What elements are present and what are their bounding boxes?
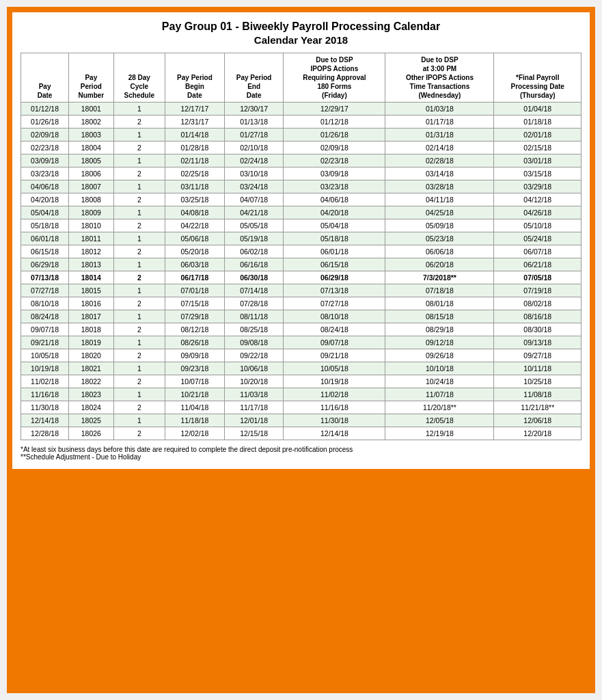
cell-21-3: 10/07/18 bbox=[165, 375, 225, 388]
cell-10-6: 05/23/18 bbox=[385, 232, 494, 245]
cell-21-7: 10/25/18 bbox=[494, 375, 582, 388]
cell-7-1: 18008 bbox=[69, 193, 113, 206]
cell-4-3: 02/11/18 bbox=[165, 154, 225, 167]
cell-9-0: 05/18/18 bbox=[21, 219, 69, 232]
cell-24-0: 12/14/18 bbox=[21, 414, 69, 427]
cell-20-3: 09/23/18 bbox=[165, 362, 225, 375]
table-row: 06/01/1818011105/06/1805/19/1805/18/1805… bbox=[21, 232, 582, 245]
cell-2-6: 01/31/18 bbox=[385, 129, 494, 142]
cell-18-1: 18019 bbox=[69, 336, 113, 349]
col-pay-date: PayDate bbox=[21, 53, 69, 103]
cell-0-3: 12/17/17 bbox=[165, 103, 225, 116]
cell-25-6: 12/19/18 bbox=[385, 427, 494, 440]
cell-5-3: 02/25/18 bbox=[165, 167, 225, 180]
cell-7-7: 04/12/18 bbox=[494, 193, 582, 206]
table-header-row: PayDate PayPeriodNumber 28 DayCycleSched… bbox=[21, 53, 582, 103]
cell-20-7: 10/11/18 bbox=[494, 362, 582, 375]
cell-18-6: 09/12/18 bbox=[385, 336, 494, 349]
cell-23-5: 11/16/18 bbox=[284, 401, 385, 414]
cell-0-5: 12/29/17 bbox=[284, 103, 385, 116]
table-row: 03/23/1818006202/25/1803/10/1803/09/1803… bbox=[21, 167, 582, 180]
cell-19-5: 09/21/18 bbox=[284, 349, 385, 362]
cell-20-0: 10/19/18 bbox=[21, 362, 69, 375]
table-row: 02/09/1818003101/14/1801/27/1801/26/1801… bbox=[21, 129, 582, 142]
cell-14-6: 07/18/18 bbox=[385, 284, 494, 297]
cell-4-4: 02/24/18 bbox=[224, 154, 284, 167]
cell-6-6: 03/28/18 bbox=[385, 180, 494, 193]
cell-1-4: 01/13/18 bbox=[224, 116, 284, 129]
col-dsp-fri: Due to DSPIPOPS ActionsRequiring Approva… bbox=[284, 53, 385, 103]
cell-12-4: 06/16/18 bbox=[224, 258, 284, 271]
cell-5-4: 03/10/18 bbox=[224, 167, 284, 180]
cell-17-3: 08/12/18 bbox=[165, 323, 225, 336]
cell-5-5: 03/09/18 bbox=[284, 167, 385, 180]
cell-3-7: 02/15/18 bbox=[494, 142, 582, 154]
cell-24-5: 11/30/18 bbox=[284, 414, 385, 427]
col-dsp-wed: Due to DSPat 3:00 PMOther IPOPS ActionsT… bbox=[385, 53, 494, 103]
table-row: 06/29/1818013106/03/1806/16/1806/15/1806… bbox=[21, 258, 582, 271]
cell-12-1: 18013 bbox=[69, 258, 113, 271]
cell-25-7: 12/20/18 bbox=[494, 427, 582, 440]
cell-25-0: 12/28/18 bbox=[21, 427, 69, 440]
cell-10-5: 05/18/18 bbox=[284, 232, 385, 245]
cell-0-7: 01/04/18 bbox=[494, 103, 582, 116]
cell-16-0: 08/24/18 bbox=[21, 310, 69, 323]
cell-10-4: 05/19/18 bbox=[224, 232, 284, 245]
cell-0-6: 01/03/18 bbox=[385, 103, 494, 116]
cell-18-3: 08/26/18 bbox=[165, 336, 225, 349]
table-row: 01/26/1818002212/31/1701/13/1801/12/1801… bbox=[21, 116, 582, 129]
col-end-date: Pay PeriodEndDate bbox=[224, 53, 284, 103]
cell-19-1: 18020 bbox=[69, 349, 113, 362]
cell-13-4: 06/30/18 bbox=[224, 271, 284, 284]
table-row: 10/05/1818020209/09/1809/22/1809/21/1809… bbox=[21, 349, 582, 362]
cell-15-1: 18016 bbox=[69, 297, 113, 310]
cell-6-4: 03/24/18 bbox=[224, 180, 284, 193]
cell-12-5: 06/15/18 bbox=[284, 258, 385, 271]
cell-22-6: 11/07/18 bbox=[385, 388, 494, 401]
cell-6-0: 04/06/18 bbox=[21, 180, 69, 193]
cell-23-6: 11/20/18** bbox=[385, 401, 494, 414]
cell-5-1: 18006 bbox=[69, 167, 113, 180]
cell-17-5: 08/24/18 bbox=[284, 323, 385, 336]
cell-13-3: 06/17/18 bbox=[165, 271, 225, 284]
cell-0-0: 01/12/18 bbox=[21, 103, 69, 116]
cell-2-5: 01/26/18 bbox=[284, 129, 385, 142]
cell-11-6: 06/06/18 bbox=[385, 245, 494, 258]
cell-23-3: 11/04/18 bbox=[165, 401, 225, 414]
cell-25-3: 12/02/18 bbox=[165, 427, 225, 440]
table-row: 08/24/1818017107/29/1808/11/1808/10/1808… bbox=[21, 310, 582, 323]
cell-15-7: 08/02/18 bbox=[494, 297, 582, 310]
cell-2-2: 1 bbox=[113, 129, 165, 142]
cell-4-2: 1 bbox=[113, 154, 165, 167]
cell-1-5: 01/12/18 bbox=[284, 116, 385, 129]
cell-9-4: 05/05/18 bbox=[224, 219, 284, 232]
cell-5-2: 2 bbox=[113, 167, 165, 180]
cell-17-1: 18018 bbox=[69, 323, 113, 336]
cell-4-1: 18005 bbox=[69, 154, 113, 167]
cell-7-5: 04/06/18 bbox=[284, 193, 385, 206]
cell-20-4: 10/06/18 bbox=[224, 362, 284, 375]
cell-11-7: 06/07/18 bbox=[494, 245, 582, 258]
cell-9-6: 05/09/18 bbox=[385, 219, 494, 232]
cell-14-3: 07/01/18 bbox=[165, 284, 225, 297]
cell-11-1: 18012 bbox=[69, 245, 113, 258]
cell-14-2: 1 bbox=[113, 284, 165, 297]
cell-22-1: 18023 bbox=[69, 388, 113, 401]
table-row: 07/27/1818015107/01/1807/14/1807/13/1807… bbox=[21, 284, 582, 297]
cell-16-7: 08/16/18 bbox=[494, 310, 582, 323]
cell-18-7: 09/13/18 bbox=[494, 336, 582, 349]
cell-14-0: 07/27/18 bbox=[21, 284, 69, 297]
table-row: 09/07/1818018208/12/1808/25/1808/24/1808… bbox=[21, 323, 582, 336]
cell-2-7: 02/01/18 bbox=[494, 129, 582, 142]
cell-0-4: 12/30/17 bbox=[224, 103, 284, 116]
cell-6-5: 03/23/18 bbox=[284, 180, 385, 193]
cell-12-3: 06/03/18 bbox=[165, 258, 225, 271]
cell-19-6: 09/26/18 bbox=[385, 349, 494, 362]
cell-19-3: 09/09/18 bbox=[165, 349, 225, 362]
cell-1-3: 12/31/17 bbox=[165, 116, 225, 129]
cell-9-2: 2 bbox=[113, 219, 165, 232]
table-row: 12/14/1818025111/18/1812/01/1811/30/1812… bbox=[21, 414, 582, 427]
cell-17-2: 2 bbox=[113, 323, 165, 336]
cell-24-2: 1 bbox=[113, 414, 165, 427]
cell-18-0: 09/21/18 bbox=[21, 336, 69, 349]
